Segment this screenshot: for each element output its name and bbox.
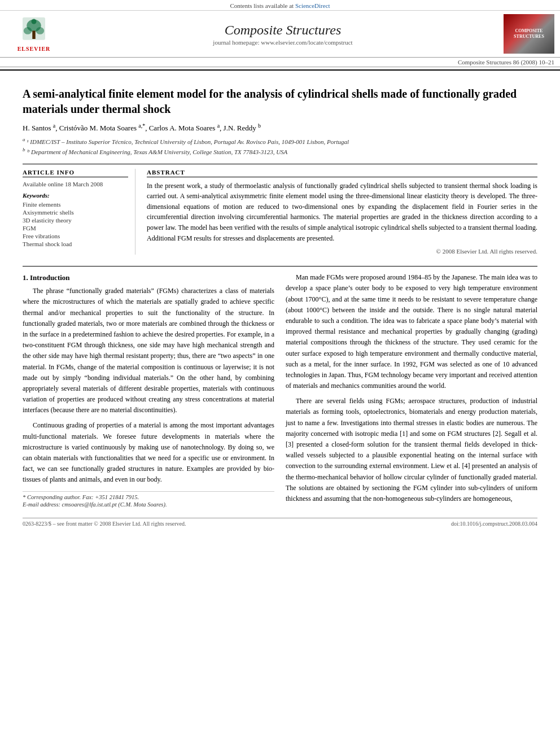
- keyword-3: 3D elasticity theory: [23, 217, 128, 224]
- section1-heading: 1. Introduction: [23, 273, 274, 282]
- svg-point-2: [24, 27, 32, 34]
- affiliation-b: b ᵇ Department of Mechanical Engineering…: [23, 146, 537, 156]
- section1-para1: The phrase “functionally graded material…: [23, 286, 274, 416]
- section1-para2: Continuous grading of properties of a ma…: [23, 420, 274, 485]
- citation-text: Composite Structures 86 (2008) 10–21: [458, 59, 554, 65]
- footer-issn: 0263-8223/$ – see front matter © 2008 El…: [23, 521, 186, 527]
- author-santos: H. Santos a: [23, 124, 55, 132]
- elsevier-logo: ELSEVIER: [6, 16, 62, 52]
- journal-banner: ELSEVIER Composite Structures journal ho…: [0, 11, 560, 57]
- author-casoares: Carlos A. Mota Soares a: [149, 124, 220, 132]
- svg-rect-4: [32, 30, 35, 39]
- footnote-corresponding: * Corresponding author. Fax: +351 21841 …: [23, 494, 274, 500]
- sciencedirect-link[interactable]: ScienceDirect: [295, 2, 330, 9]
- section1-title: Introduction: [30, 273, 70, 282]
- article-info-label: ARTICLE INFO: [23, 169, 128, 177]
- keywords-label: Keywords:: [23, 192, 128, 199]
- svg-point-3: [36, 27, 45, 34]
- abstract-label: ABSTRACT: [147, 169, 537, 177]
- article-info-abstract-section: ARTICLE INFO Available online 18 March 2…: [23, 164, 537, 255]
- keyword-2: Axisymmetric shells: [23, 209, 128, 216]
- abstract-column: ABSTRACT In the present work, a study of…: [147, 169, 537, 255]
- body-left-column: 1. Introduction The phrase “functionally…: [23, 272, 274, 509]
- journal-title-section: Composite Structures journal homepage: w…: [62, 23, 504, 46]
- keyword-5: Free vibrations: [23, 233, 128, 239]
- footer-bar: 0263-8223/$ – see front matter © 2008 El…: [23, 518, 537, 527]
- article-info-column: ARTICLE INFO Available online 18 March 2…: [23, 169, 135, 255]
- affiliation-a: a ¹ IDMEC/IST – Instituto Superior Técni…: [23, 136, 537, 146]
- section1-para3: Man made FGMs were proposed around 1984–…: [286, 272, 537, 391]
- affiliations: a ¹ IDMEC/IST – Instituto Superior Técni…: [23, 136, 537, 156]
- journal-header: Contents lists available at ScienceDirec…: [0, 0, 560, 71]
- author-reddy: J.N. Reddy b: [224, 124, 261, 132]
- svg-point-5: [31, 19, 36, 24]
- keyword-6: Thermal shock load: [23, 241, 128, 247]
- footer-doi: doi:10.1016/j.compstruct.2008.03.004: [451, 521, 537, 527]
- available-online: Available online 18 March 2008: [23, 181, 128, 187]
- section1-para4: There are several fields using FGMs; aer…: [286, 396, 537, 504]
- journal-top-bar: Contents lists available at ScienceDirec…: [0, 0, 560, 11]
- copyright-notice: © 2008 Elsevier Ltd. All rights reserved…: [147, 248, 537, 255]
- keyword-1: Finite elements: [23, 201, 128, 208]
- authors-line: H. Santos a, Cristóvão M. Mota Soares a,…: [23, 123, 537, 133]
- citation-bar: Composite Structures 86 (2008) 10–21: [0, 57, 560, 67]
- journal-homepage: journal homepage: www.elsevier.com/locat…: [62, 39, 504, 46]
- main-content: A semi-analytical finite element model f…: [0, 71, 560, 538]
- composite-structures-logo: COMPOSITESTRUCTURES: [504, 14, 554, 54]
- article-title: A semi-analytical finite element model f…: [23, 86, 537, 117]
- elsevier-tree-icon: [17, 16, 51, 45]
- footnote-email: E-mail address: cmsoares@lfa.ist.utl.pt …: [23, 501, 274, 508]
- keywords-list: Finite elements Axisymmetric shells 3D e…: [23, 201, 128, 247]
- section1-number: 1.: [23, 273, 28, 282]
- body-content: 1. Introduction The phrase “functionally…: [23, 266, 537, 509]
- footnote-section: * Corresponding author. Fax: +351 21841 …: [23, 491, 274, 508]
- body-right-column: Man made FGMs were proposed around 1984–…: [286, 272, 537, 509]
- journal-title: Composite Structures: [62, 23, 504, 38]
- contents-available-label: Contents lists available at: [230, 2, 294, 9]
- elsevier-text: ELSEVIER: [18, 46, 51, 52]
- author-cmsoares: Cristóvão M. Mota Soares a,*: [59, 124, 145, 132]
- keyword-4: FGM: [23, 225, 128, 231]
- body-two-col: 1. Introduction The phrase “functionally…: [23, 272, 537, 509]
- abstract-text: In the present work, a study of thermoel…: [147, 181, 537, 244]
